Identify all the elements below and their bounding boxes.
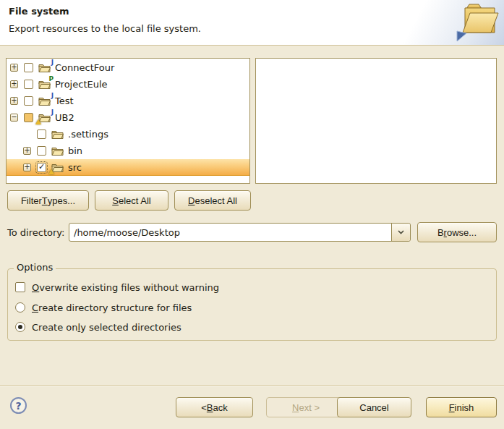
button-mnemonic: T: [42, 195, 48, 206]
option-label-text: reate directory structure for files: [38, 302, 192, 313]
tree-item-bin[interactable]: bin: [7, 143, 249, 159]
item-checkbox[interactable]: [37, 163, 46, 172]
item-checkbox[interactable]: [24, 63, 33, 72]
expand-icon[interactable]: [10, 64, 18, 72]
resource-tree[interactable]: J ConnectFour P ProjectEule J Test: [6, 58, 250, 184]
export-folder-icon: [451, 1, 500, 46]
button-label: inish: [455, 402, 474, 413]
footer-separator-highlight: [0, 386, 504, 386]
item-checkbox[interactable]: [24, 96, 33, 106]
button-mnemonic: N: [292, 402, 299, 413]
tree-item-label: UB2: [55, 112, 74, 123]
expand-icon[interactable]: [10, 80, 18, 88]
to-directory-label: To directory:: [7, 227, 64, 238]
cancel-button[interactable]: Cancel: [337, 397, 411, 417]
option-label: Overwrite existing files without warning: [32, 282, 219, 293]
next-button: Next >: [266, 397, 346, 417]
option-label-text: y selected directories: [80, 322, 181, 333]
option-mnemonic: C: [32, 302, 38, 313]
deselect-all-button[interactable]: Deselect All: [174, 190, 251, 211]
option-label-text: Create on: [32, 322, 78, 333]
button-mnemonic: F: [449, 402, 455, 413]
tree-item-test[interactable]: J Test: [7, 93, 249, 109]
item-checkbox[interactable]: [24, 80, 33, 89]
page-title: File system: [9, 6, 69, 17]
option-label: Create only selected directories: [32, 322, 181, 333]
folder-icon: [51, 129, 64, 140]
tree-item-label: ConnectFour: [55, 62, 114, 73]
export-wizard-dialog: File system Export resources to the loca…: [0, 0, 504, 429]
tree-item-label: bin: [68, 145, 82, 156]
java-decorator: J: [51, 93, 54, 99]
expand-icon[interactable]: [10, 97, 18, 105]
browse-button[interactable]: Browse...: [417, 222, 497, 242]
finish-button[interactable]: Finish: [426, 397, 497, 417]
button-mnemonic: B: [207, 402, 213, 413]
folder-icon: [51, 145, 64, 156]
item-checkbox[interactable]: [37, 129, 46, 139]
overwrite-checkbox[interactable]: [15, 282, 25, 292]
tree-item-projecteule[interactable]: P ProjectEule: [7, 76, 249, 93]
java-project-folder-icon: J: [38, 95, 51, 106]
button-label: elect All: [119, 195, 151, 206]
warning-decorator-icon: [48, 169, 54, 174]
create-only-selected-option[interactable]: Create only selected directories: [15, 321, 181, 333]
create-structure-radio[interactable]: [15, 302, 25, 313]
back-button[interactable]: < Back: [176, 397, 253, 417]
options-legend: Options: [14, 262, 56, 273]
button-label: owse...: [447, 227, 477, 238]
collapse-icon[interactable]: [10, 114, 18, 122]
button-label: Cancel: [359, 402, 388, 413]
warning-decorator-icon: [35, 119, 41, 124]
create-structure-option[interactable]: Create directory structure for files: [15, 302, 192, 313]
overwrite-option[interactable]: Overwrite existing files without warning: [15, 281, 219, 293]
tree-item-src[interactable]: src: [7, 159, 249, 176]
folder-icon: [51, 162, 64, 173]
create-only-selected-radio[interactable]: [15, 322, 25, 332]
option-label-text: verwrite existing files without warning: [39, 282, 219, 293]
tree-item-label: ProjectEule: [55, 79, 108, 90]
java-project-folder-icon: J: [38, 62, 51, 73]
item-checkbox[interactable]: [24, 113, 33, 122]
item-checkbox[interactable]: [37, 146, 46, 156]
file-list-panel[interactable]: [255, 58, 497, 184]
button-label: B: [437, 227, 444, 238]
option-label: Create directory structure for files: [32, 302, 192, 313]
question-mark-icon: ?: [15, 400, 21, 412]
page-subtitle: Export resources to the local file syste…: [9, 23, 201, 34]
option-mnemonic: O: [32, 282, 39, 293]
directory-input[interactable]: [69, 224, 391, 241]
button-label: ack: [213, 402, 228, 413]
expand-icon[interactable]: [23, 163, 31, 171]
combo-dropdown-button[interactable]: [391, 224, 410, 241]
java-decorator: J: [51, 109, 54, 116]
tree-item-label: .settings: [68, 129, 108, 140]
options-group: Options Overwrite existing files without…: [7, 268, 497, 341]
help-button[interactable]: ?: [10, 397, 27, 414]
java-decorator: J: [51, 59, 54, 66]
tree-item-settings[interactable]: .settings: [7, 126, 249, 143]
tree-item-ub2[interactable]: J UB2: [7, 109, 249, 126]
button-label: Filter: [21, 195, 42, 206]
button-label: <: [201, 402, 207, 413]
select-all-button[interactable]: Select All: [95, 190, 168, 211]
filter-types-button[interactable]: Filter Types...: [7, 190, 89, 211]
wizard-banner: File system Export resources to the loca…: [0, 0, 504, 46]
java-project-folder-icon: J: [38, 112, 51, 123]
tree-item-connectfour[interactable]: J ConnectFour: [7, 59, 249, 76]
tree-item-label: src: [68, 162, 82, 173]
tree-item-label: Test: [55, 95, 74, 106]
project-folder-icon: P: [38, 79, 51, 90]
directory-combo[interactable]: [69, 223, 411, 242]
project-decorator: P: [48, 76, 54, 82]
button-label: ypes...: [48, 195, 75, 206]
expand-icon[interactable]: [23, 147, 31, 155]
button-mnemonic: S: [112, 195, 119, 206]
button-mnemonic: D: [188, 195, 195, 206]
chevron-down-icon: [398, 230, 404, 234]
button-label: eselect All: [195, 195, 237, 206]
button-label: ext >: [299, 402, 320, 413]
